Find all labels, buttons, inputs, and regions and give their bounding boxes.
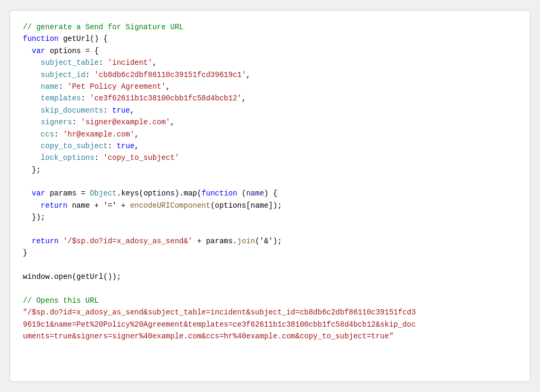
- code-token: }: [23, 249, 27, 257]
- code-token: encodeURIComponent: [130, 201, 210, 210]
- code-line: lock_options: 'copy_to_subject': [23, 152, 517, 164]
- code-token: lock_options: [23, 154, 94, 162]
- code-token: :: [72, 118, 81, 126]
- code-token: :: [94, 154, 103, 162]
- code-token: uments=true&signers=signer%40example.com…: [23, 332, 393, 340]
- code-token: ) {: [264, 189, 277, 198]
- code-token: function: [23, 35, 63, 43]
- code-line: });: [23, 211, 517, 223]
- code-token: :: [54, 130, 63, 139]
- code-token: copy_to_subject: [23, 142, 108, 150]
- code-line: var params = Object.keys(options).map(fu…: [23, 188, 517, 199]
- code-line: var options = {: [23, 45, 517, 57]
- code-token: return: [23, 201, 72, 210]
- code-token: :: [103, 106, 112, 115]
- code-token: 'hr@example.com': [63, 130, 134, 139]
- code-line: name: 'Pet Policy Agreement',: [23, 81, 517, 92]
- code-line: templates: 'ce3f62611b1c38100cbb1fc58d4b…: [23, 92, 517, 104]
- code-line: // Opens this URL: [23, 295, 517, 306]
- code-line: [23, 283, 517, 295]
- code-token: + '=' +: [90, 201, 130, 210]
- code-token: 'ce3f62611b1c38100cbb1fc58d4bcb12': [90, 94, 242, 103]
- code-token: var: [23, 189, 49, 198]
- code-token: + params.: [192, 237, 237, 245]
- code-token: 'incident': [108, 58, 153, 67]
- code-token: :: [86, 71, 95, 79]
- code-line: copy_to_subject: true,: [23, 140, 517, 152]
- code-token: var: [23, 47, 49, 55]
- code-token: ());: [103, 272, 121, 281]
- code-token: ,: [242, 94, 246, 103]
- code-token: 'Pet Policy Agreement': [68, 82, 166, 91]
- code-token: 9619c1&name=Pet%20Policy%20Agreement&tem…: [23, 320, 416, 329]
- code-token: templates: [23, 94, 81, 103]
- code-token: = {: [81, 47, 99, 55]
- code-line: 9619c1&name=Pet%20Policy%20Agreement&tem…: [23, 319, 517, 330]
- code-line: uments=true&signers=signer%40example.com…: [23, 330, 517, 342]
- code-token: :: [81, 94, 90, 103]
- code-token: ).map(: [175, 189, 201, 198]
- code-token: (: [237, 189, 246, 198]
- code-line: signers: 'signer@example.com',: [23, 116, 517, 128]
- code-token: subject_table: [23, 58, 99, 67]
- code-line: };: [23, 164, 517, 176]
- code-token: ,: [130, 106, 134, 115]
- code-token: options: [49, 47, 81, 55]
- code-token: .keys(: [116, 189, 143, 198]
- code-token: (options[name]);: [210, 201, 282, 210]
- code-line: ccs: 'hr@example.com',: [23, 129, 517, 140]
- code-token: ,: [134, 130, 139, 139]
- code-token: options: [144, 189, 175, 198]
- code-token: function: [201, 189, 237, 198]
- code-line: subject_id: 'cb8db6c2dbf86110c39151fcd39…: [23, 69, 517, 81]
- code-token: :: [108, 142, 117, 150]
- code-line: window.open(getUrl());: [23, 271, 517, 283]
- code-line: return name + '=' + encodeURIComponent(o…: [23, 200, 517, 211]
- code-token: });: [23, 213, 45, 221]
- code-line: [23, 176, 517, 188]
- code-token: };: [23, 166, 41, 174]
- code-token: subject_id: [23, 71, 86, 79]
- code-token: window: [23, 272, 49, 281]
- code-token: name: [23, 82, 58, 91]
- code-token: getUrl: [63, 35, 90, 43]
- code-line: return '/$sp.do?id=x_adosy_as_send&' + p…: [23, 235, 517, 247]
- code-token: ,: [170, 118, 174, 126]
- code-token: 'signer@example.com': [81, 118, 170, 126]
- code-line: [23, 224, 517, 235]
- code-token: () {: [90, 35, 108, 43]
- code-token: ,: [166, 82, 170, 91]
- code-token: name: [72, 201, 90, 210]
- code-token: 'cb8db6c2dbf86110c39151fcd39619c1': [94, 71, 246, 79]
- code-block: // generate a Send for Signature URLfunc…: [23, 21, 517, 343]
- code-token: '/$sp.do?id=x_adosy_as_send&': [63, 237, 193, 245]
- code-token: skip_documents: [23, 106, 103, 115]
- code-line: skip_documents: true,: [23, 105, 517, 116]
- code-line: [23, 259, 517, 271]
- code-line: subject_table: 'incident',: [23, 57, 517, 69]
- code-line: "/$sp.do?id=x_adosy_as_send&subject_tabl…: [23, 306, 517, 318]
- code-token: true: [112, 106, 130, 115]
- code-token: ,: [134, 142, 139, 150]
- code-token: // generate a Send for Signature URL: [23, 23, 183, 31]
- code-token: 'copy_to_subject': [103, 154, 179, 162]
- code-token: =: [77, 189, 90, 198]
- code-token: params: [49, 189, 76, 198]
- code-token: ('&');: [255, 237, 282, 245]
- code-line: function getUrl() {: [23, 33, 517, 45]
- code-token: name: [246, 189, 264, 198]
- code-container: // generate a Send for Signature URLfunc…: [10, 10, 530, 382]
- code-token: ccs: [23, 130, 54, 139]
- code-token: // Opens this URL: [23, 296, 99, 305]
- code-token: .open(: [49, 272, 76, 281]
- code-token: signers: [23, 118, 72, 126]
- code-token: :: [58, 82, 68, 91]
- code-token: return: [23, 237, 63, 245]
- code-token: join: [237, 237, 255, 245]
- code-line: }: [23, 247, 517, 259]
- code-token: "/$sp.do?id=x_adosy_as_send&subject_tabl…: [23, 308, 416, 317]
- code-token: ,: [246, 71, 250, 79]
- code-token: ,: [153, 58, 157, 67]
- code-token: true: [116, 142, 134, 150]
- code-token: :: [99, 58, 108, 67]
